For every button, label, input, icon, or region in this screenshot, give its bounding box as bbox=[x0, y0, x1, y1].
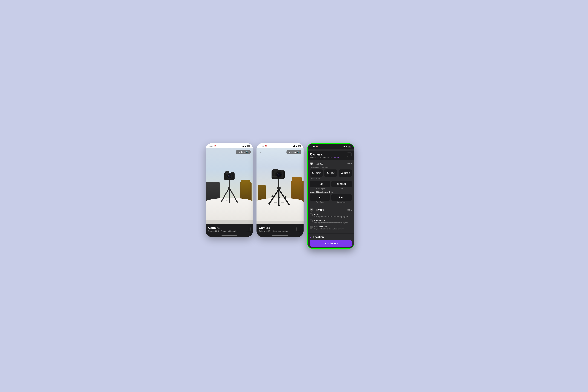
ply-scenemesh-button[interactable]: ❋ PLY bbox=[331, 194, 352, 201]
location-section: ➤ Location ↗ Add Location bbox=[308, 234, 354, 248]
public-checkbox[interactable] bbox=[310, 214, 312, 216]
asset-buttons-row-2: ✦ UE ✳ SPLAT bbox=[310, 181, 352, 188]
time-right: 11:58 bbox=[310, 146, 315, 148]
signal-icon-left bbox=[242, 146, 244, 147]
assets-hide-button[interactable]: HIDE bbox=[348, 162, 352, 165]
battery-icon-middle: 58 bbox=[298, 145, 301, 147]
wifi-icon-right: ▲ bbox=[346, 146, 348, 148]
obj-label: OBJ bbox=[330, 172, 335, 174]
status-icons-middle: ▲ 58 bbox=[293, 145, 301, 147]
asset-buttons-row-3: ○ PLY ❋ PLY bbox=[310, 194, 352, 201]
svg-rect-17 bbox=[273, 169, 278, 171]
back-button-left[interactable]: ‹ bbox=[208, 150, 212, 154]
public-label: Public bbox=[314, 213, 348, 216]
svg-point-11 bbox=[228, 186, 230, 189]
ue-label: UE bbox=[320, 183, 322, 185]
share-button-right[interactable]: ↑ bbox=[347, 152, 352, 157]
time-middle: 11:59 bbox=[259, 145, 264, 147]
phone-right: 11:58 ⏰ ▲ 58 Camera bbox=[307, 143, 354, 249]
privacy-option-private-share: ✓ Privately Share Anyone with a link to … bbox=[310, 226, 352, 230]
svg-point-12 bbox=[221, 201, 222, 202]
reshoot-button-left[interactable]: Reshoot 📷 bbox=[236, 150, 251, 154]
svg-rect-15 bbox=[226, 200, 229, 200]
photo-area-left: ‹ Reshoot 📷 bbox=[206, 148, 253, 224]
reshoot-label-left: Reshoot bbox=[238, 151, 245, 153]
asset-sublabels-row2: Unreal Engine Splat bbox=[310, 188, 352, 190]
location-icon: ➤ bbox=[310, 236, 312, 238]
reshoot-camera-icon-left: 📷 bbox=[246, 151, 249, 153]
privacy-hide-button[interactable]: HIDE bbox=[348, 209, 352, 211]
home-indicator-middle bbox=[256, 234, 304, 237]
photo-bg-left bbox=[206, 148, 253, 224]
signal-icon-middle bbox=[293, 146, 295, 147]
remix-desc: This capture can be seen and shared by a… bbox=[314, 222, 348, 224]
ply-pointcloud-label: PLY bbox=[319, 196, 323, 198]
splat-sublabel: Splat bbox=[331, 188, 352, 190]
private-share-checkbox[interactable]: ✓ bbox=[310, 226, 312, 228]
photo-bg-middle bbox=[256, 148, 304, 224]
ue-button[interactable]: ✦ UE bbox=[310, 181, 330, 188]
svg-point-36 bbox=[288, 204, 290, 206]
ply-pointcloud-sublabel: Point Cloud bbox=[310, 201, 330, 203]
back-button-middle[interactable]: ‹ bbox=[258, 150, 263, 154]
phone-middle: 11:59 ⏰ ▲ 58 bbox=[256, 143, 304, 237]
share-button-left[interactable]: ↑ bbox=[246, 227, 250, 232]
usdz-label: USDZ bbox=[344, 172, 350, 174]
assets-title: Assets bbox=[315, 162, 323, 165]
status-bar-left: 11:57 ⏰ ▲ 58 bbox=[206, 143, 253, 148]
gltf-button[interactable]: GLTF bbox=[310, 170, 323, 177]
ue-sublabel: Unreal Engine bbox=[310, 188, 330, 190]
splat-label: SPLAT bbox=[340, 183, 346, 185]
signal-icon-right bbox=[343, 146, 345, 148]
svg-line-28 bbox=[269, 189, 279, 204]
legacy-label: Legacy Diffuse Scenes (Beta) bbox=[310, 191, 352, 193]
share-button-middle[interactable]: ↑ bbox=[296, 227, 301, 232]
photo-meta-left: Today at 11:15 • Private • Add Location bbox=[208, 230, 250, 232]
assets-icon bbox=[310, 162, 313, 166]
ue-icon: ✦ bbox=[317, 183, 319, 185]
camera-tripod-middle bbox=[267, 169, 293, 207]
photo-title-left: Camera bbox=[208, 226, 250, 230]
splat-button[interactable]: ✳ SPLAT bbox=[331, 181, 352, 188]
svg-rect-38 bbox=[281, 202, 284, 203]
gltf-icon bbox=[312, 172, 314, 174]
ply-scenemesh-label: PLY bbox=[341, 196, 345, 198]
privacy-section: Privacy HIDE Public This capture can be … bbox=[308, 206, 354, 234]
assets-section: Assets HIDE Diffuse Object Mesh (Beta) G… bbox=[308, 160, 354, 206]
back-chevron-icon-left: ‹ bbox=[210, 150, 211, 154]
photo-title-middle: Camera bbox=[259, 226, 301, 230]
reshoot-button-middle[interactable]: Reshoot 📷 bbox=[286, 150, 302, 154]
photo-info-left: Camera Today at 11:15 • Private • Add Lo… bbox=[206, 224, 253, 234]
alarm-icon-right: ⏰ bbox=[316, 146, 318, 148]
obj-icon bbox=[327, 172, 330, 174]
asset-buttons-row-1: GLTF OBJ bbox=[310, 170, 352, 177]
svg-line-8 bbox=[222, 188, 229, 201]
ply-pointcloud-button[interactable]: ○ PLY bbox=[310, 194, 330, 201]
gltf-label: GLTF bbox=[316, 172, 320, 174]
svg-point-31 bbox=[272, 195, 273, 197]
svg-line-10 bbox=[229, 188, 237, 202]
add-location-button[interactable]: ↗ Add Location bbox=[310, 240, 352, 246]
privacy-option-remix: Allow Remix This capture can be seen and… bbox=[310, 220, 352, 224]
remix-checkbox[interactable] bbox=[310, 220, 312, 222]
assets-header: Assets HIDE bbox=[310, 162, 352, 166]
phone-left: 11:57 ⏰ ▲ 58 bbox=[206, 143, 253, 237]
public-desc: This capture can be seen and shared by a… bbox=[314, 216, 348, 218]
asset-sublabels-row3: Point Cloud Scene Mesh bbox=[310, 201, 352, 203]
time-left: 11:57 bbox=[209, 145, 214, 147]
status-icons-right: ▲ 58 bbox=[343, 146, 351, 148]
battery-icon-left: 58 bbox=[247, 145, 250, 147]
add-location-label: Add Location bbox=[325, 242, 339, 245]
private-share-label: Privately Share bbox=[314, 226, 344, 228]
back-chevron-icon-middle: ‹ bbox=[260, 150, 262, 154]
svg-point-13 bbox=[229, 202, 230, 203]
svg-rect-25 bbox=[281, 170, 284, 171]
location-title: Location bbox=[313, 236, 324, 238]
wifi-icon-left: ▲ bbox=[245, 145, 246, 147]
checkmark-icon: ✓ bbox=[310, 226, 312, 228]
location-title-row: ➤ Location bbox=[310, 236, 352, 238]
obj-button[interactable]: OBJ bbox=[324, 170, 338, 177]
svg-rect-1 bbox=[226, 171, 229, 174]
svg-point-34 bbox=[268, 203, 270, 204]
usdz-button[interactable]: USDZ bbox=[338, 170, 352, 177]
